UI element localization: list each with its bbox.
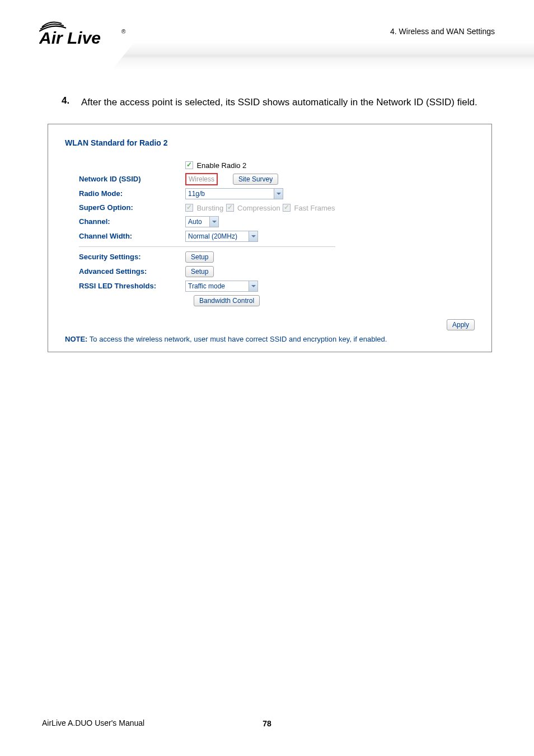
fastframes-label: Fast Frames (294, 204, 335, 212)
ssid-label: Network ID (SSID) (79, 172, 185, 186)
header-swoosh (112, 42, 534, 70)
note-text: To access the wireless network, user mus… (87, 335, 387, 343)
channel-width-select[interactable]: Normal (20MHz) (185, 231, 258, 242)
channel-width-label: Channel Width: (79, 229, 185, 244)
note-line: NOTE: To access the wireless network, us… (65, 335, 475, 343)
chevron-down-icon (209, 217, 218, 227)
list-number: 4. (62, 95, 81, 110)
ssid-input[interactable]: Wireless (185, 173, 218, 185)
advanced-label: Advanced Settings: (79, 264, 185, 279)
radio-mode-label: Radio Mode: (79, 186, 185, 201)
security-setup-button[interactable]: Setup (185, 251, 214, 263)
enable-radio-label: Enable Radio 2 (196, 161, 246, 170)
compression-label: Compression (237, 204, 280, 212)
site-survey-button[interactable]: Site Survey (233, 174, 278, 185)
svg-text:Air Live: Air Live (39, 29, 101, 47)
bursting-label: Bursting (196, 204, 223, 212)
logo: Air Live ® (39, 17, 126, 50)
chevron-down-icon (249, 231, 257, 241)
apply-button[interactable]: Apply (447, 319, 475, 330)
radio-mode-select[interactable]: 11g/b (185, 188, 283, 199)
instruction-text: After the access point is selected, its … (81, 95, 477, 110)
panel-title: WLAN Standard for Radio 2 (65, 138, 475, 147)
enable-radio-checkbox[interactable] (185, 161, 193, 169)
chevron-down-icon (249, 281, 257, 291)
fastframes-checkbox (283, 204, 291, 212)
section-header: 4. Wireless and WAN Settings (390, 27, 495, 36)
chevron-down-icon (274, 189, 283, 199)
note-bold: NOTE: (65, 335, 87, 343)
footer-title: AirLive A.DUO User's Manual (42, 718, 144, 727)
superg-label: SuperG Option: (79, 201, 185, 214)
advanced-setup-button[interactable]: Setup (185, 266, 214, 277)
rssi-label: RSSI LED Thresholds: (79, 279, 185, 293)
channel-label: Channel: (79, 214, 185, 229)
bursting-checkbox (185, 204, 193, 212)
channel-select[interactable]: Auto (185, 216, 219, 227)
page-number: 78 (263, 719, 271, 728)
settings-panel: WLAN Standard for Radio 2 Enable Radio 2… (48, 124, 492, 352)
compression-checkbox (226, 204, 234, 212)
security-label: Security Settings: (79, 250, 185, 264)
rssi-select[interactable]: Traffic mode (185, 281, 258, 292)
svg-text:®: ® (121, 29, 126, 35)
bandwidth-control-button[interactable]: Bandwidth Control (194, 295, 260, 306)
